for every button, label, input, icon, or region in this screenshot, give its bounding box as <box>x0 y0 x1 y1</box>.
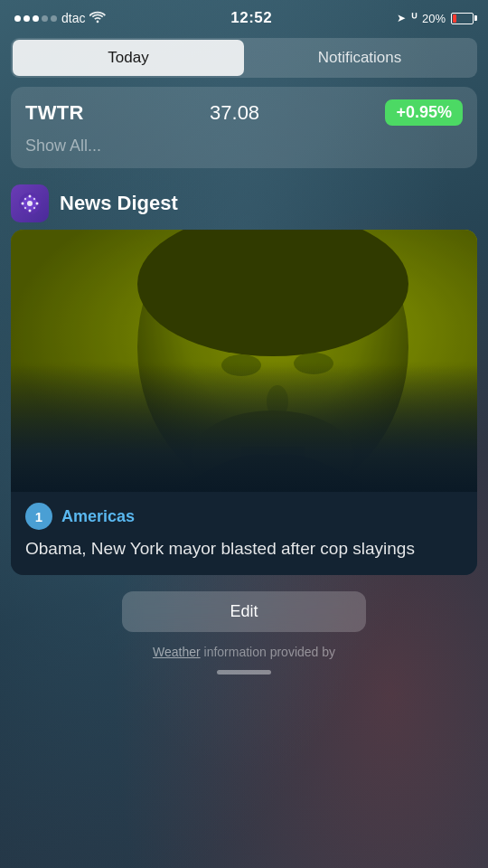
news-card[interactable]: 1 Americas Obama, New York mayor blasted… <box>11 230 477 575</box>
signal-dots <box>14 15 57 22</box>
stocks-widget: TWTR 37.08 +0.95% Show All... <box>11 87 477 168</box>
location-icon: ➤ <box>397 12 406 24</box>
show-all-link[interactable]: Show All... <box>25 137 463 156</box>
signal-dot-5 <box>51 15 57 22</box>
svg-point-6 <box>24 198 26 200</box>
news-digest-app-icon <box>11 184 49 222</box>
svg-point-4 <box>22 203 24 205</box>
svg-point-5 <box>36 203 39 205</box>
status-right: ➤ ᵁ 20% <box>397 11 474 25</box>
carrier-name: dtac <box>61 11 85 25</box>
news-category-row: 1 Americas <box>25 503 463 530</box>
weather-link[interactable]: Weather <box>153 645 201 659</box>
home-indicator[interactable] <box>0 663 488 685</box>
category-name: Americas <box>61 507 135 526</box>
news-digest-header: News Digest <box>11 184 477 222</box>
battery-icon <box>451 13 474 24</box>
news-headline: Obama, New York mayor blasted after cop … <box>25 537 463 561</box>
stock-row: TWTR 37.08 +0.95% <box>25 99 463 126</box>
wifi-icon <box>89 11 106 26</box>
svg-point-7 <box>33 198 35 200</box>
news-digest-title: News Digest <box>60 192 178 215</box>
news-footer: 1 Americas Obama, New York mayor blasted… <box>11 492 477 575</box>
status-left: dtac <box>14 11 106 26</box>
tab-today[interactable]: Today <box>13 40 244 76</box>
svg-point-2 <box>29 195 32 198</box>
signal-dot-1 <box>14 15 21 22</box>
time-display: 12:52 <box>230 9 272 27</box>
signal-dot-3 <box>33 15 39 22</box>
category-badge: 1 <box>25 503 52 530</box>
svg-point-9 <box>33 207 35 209</box>
battery-fill <box>453 14 456 23</box>
footer-text: Weather information provided by <box>0 639 488 663</box>
svg-point-8 <box>24 207 26 209</box>
svg-point-3 <box>29 210 32 212</box>
tab-notifications[interactable]: Notifications <box>244 40 475 76</box>
footer-info-text: information provided by <box>204 645 336 659</box>
bluetooth-icon: ᵁ <box>411 11 417 25</box>
tab-switcher: Today Notifications <box>11 38 477 78</box>
news-image <box>11 230 477 492</box>
stock-ticker: TWTR <box>25 101 84 125</box>
signal-dot-2 <box>23 15 30 22</box>
battery-percent: 20% <box>422 12 446 25</box>
svg-point-10 <box>27 201 33 206</box>
status-bar: dtac 12:52 ➤ ᵁ 20% <box>0 0 488 33</box>
home-bar <box>217 670 271 675</box>
edit-button[interactable]: Edit <box>122 591 366 632</box>
stock-change: +0.95% <box>385 99 463 126</box>
image-overlay <box>11 365 477 492</box>
stock-price: 37.08 <box>210 101 259 125</box>
signal-dot-4 <box>42 15 48 22</box>
